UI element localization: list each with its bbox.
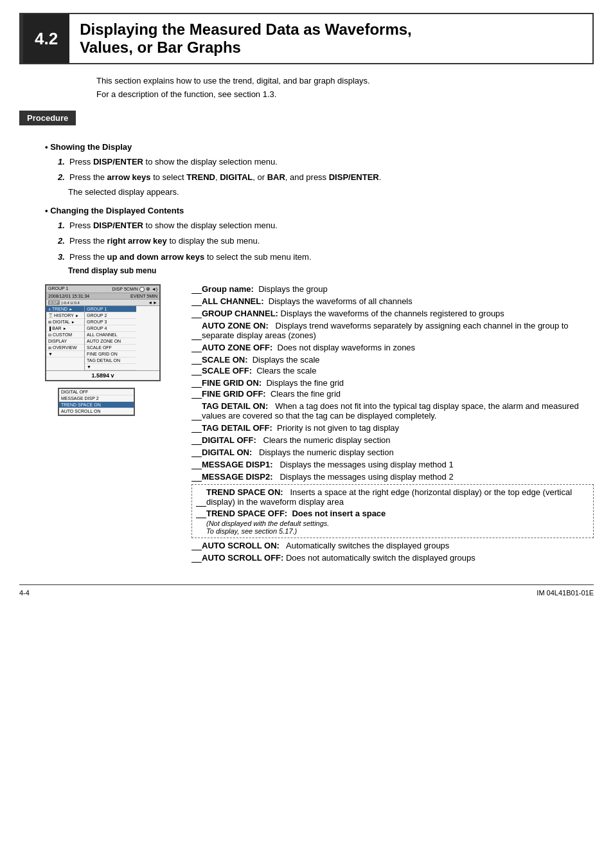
bracket-message-disp2 <box>191 477 202 482</box>
footer-doc-id: IM 04L41B01-01E <box>537 589 594 597</box>
term-group-name: Group name: <box>202 284 254 294</box>
screen2-message-disp2[interactable]: MESSAGE DISP 2 <box>59 395 134 402</box>
desc-scale-on: SCALE ON: Displays the scale <box>191 355 594 365</box>
trend-submenu-label: Trend display sub menu <box>68 266 594 275</box>
desc-tag-detail-off: TAG DETAIL OFF: Priority is not given to… <box>191 423 594 433</box>
menu-item-down[interactable]: ▼ <box>46 351 84 357</box>
screen-topbar: GROUP 1 DISP 5CM/N ⊕ ◄) <box>46 285 159 293</box>
menu-item-bar[interactable]: ▐ BAR ► <box>46 325 84 332</box>
term-trend-space-on: TREND SPACE ON: <box>206 487 283 497</box>
showing-note: The selected display appears. <box>68 187 594 197</box>
trend-space-note: (Not displayed with the default settings… <box>206 520 589 535</box>
desc-entry-auto-zone-on: AUTO ZONE ON: Displays trend waveforms s… <box>202 321 594 340</box>
menu-item-display[interactable]: DISPLAY <box>46 338 84 345</box>
date-text: 2008/12/01 15:31:34 <box>48 294 89 298</box>
screen-date-bar: 2008/12/01 15:31:34 EVENT 5MIN <box>46 293 159 300</box>
menu-item-trend[interactable]: ∧ TREND ► <box>46 306 84 312</box>
desc-entry-trend-space-on: TREND SPACE ON: Inserts a space at the r… <box>206 487 589 507</box>
def-trend-space-off: Does not insert a space <box>292 509 386 518</box>
circle-icon <box>139 287 145 292</box>
def-group-channel: Displays the waveforms of the channels r… <box>281 309 504 318</box>
menu-item-overview[interactable]: ⊞ OVERVIEW <box>46 345 84 351</box>
submenu-group3[interactable]: GROUP 3 <box>85 319 136 325</box>
term-trend-space-off: TREND SPACE OFF: <box>206 509 287 518</box>
device-screen-2: DIGITAL OFF MESSAGE DISP 2 TREND SPACE O… <box>58 388 135 416</box>
changing-step3: 3. Press the up and down arrow keys to s… <box>58 251 594 264</box>
desc-entry-all-channel: ALL CHANNEL: Displays the waveforms of a… <box>202 296 413 306</box>
submenu-all-channel[interactable]: ALL CHANNEL <box>85 332 136 338</box>
history-icon: ⌛ <box>48 313 53 318</box>
desc-entry-scale-off: SCALE OFF: Clears the scale <box>202 366 316 375</box>
menu-label-digital: DIGITAL <box>53 320 70 324</box>
submenu-down-arrow[interactable]: ▼ <box>85 364 136 370</box>
submenu-group2[interactable]: GROUP 2 <box>85 312 136 319</box>
desc-auto-scroll-off: AUTO SCROLL OFF: Does not automatically … <box>191 553 594 563</box>
screen2-auto-scroll-on[interactable]: AUTO SCROLL ON <box>59 408 134 415</box>
bracket-scale-off <box>191 371 202 375</box>
page-footer: 4-4 IM 04L41B01-01E <box>19 584 594 597</box>
showing-step1: 1. Press DISP/ENTER to show the display … <box>58 156 594 168</box>
bracket-digital-on <box>191 453 202 457</box>
cursor-icons: ◄ ► <box>148 300 157 305</box>
term-group-channel: GROUP CHANNEL: <box>202 309 278 318</box>
term-scale-off: SCALE OFF: <box>202 366 252 375</box>
screen2-digital-off[interactable]: DIGITAL OFF <box>59 389 134 395</box>
def-fine-grid-off: Clears the fine grid <box>271 389 341 399</box>
bracket-auto-zone-off <box>191 348 202 352</box>
submenu-fine-grid-on[interactable]: FINE GRID ON <box>85 351 136 357</box>
menu-label-trend: TREND <box>52 307 67 311</box>
submenu-group1[interactable]: GROUP 1 <box>85 306 136 312</box>
def-group-name: Displays the group <box>258 284 328 294</box>
desc-entry-fine-grid-on: FINE GRID ON: Displays the fine grid <box>202 378 344 388</box>
bar-icon: ▐ <box>48 327 51 330</box>
desc-entry-group-name: Group name: Displays the group <box>202 284 328 294</box>
desc-auto-zone-on: AUTO ZONE ON: Displays trend waveforms s… <box>191 321 594 340</box>
desc-entry-digital-on: DIGITAL ON: Displays the numeric display… <box>202 448 394 457</box>
desc-auto-scroll-on: AUTO SCROLL ON: Automatically switches t… <box>191 541 594 550</box>
desc-entry-message-disp2: MESSAGE DISP2: Displays the messages usi… <box>202 472 454 482</box>
intro-line1: This section explains how to use the tre… <box>96 75 594 88</box>
menu-item-digital[interactable]: ⊞ DIGITAL ► <box>46 319 84 325</box>
def-scale-off: Clears the scale <box>256 366 316 375</box>
term-auto-zone-off: AUTO ZONE OFF: <box>202 343 272 352</box>
overview-icon: ⊞ <box>48 345 51 350</box>
menu-arrow-bar: ► <box>63 327 67 330</box>
def-auto-scroll-on: Automatically switches the displayed gro… <box>286 541 449 550</box>
term-digital-off: DIGITAL OFF: <box>202 435 256 445</box>
changing-steps: 1. Press DISP/ENTER to show the display … <box>58 219 594 264</box>
desc-entry-message-disp1: MESSAGE DISP1: Displays the messages usi… <box>202 460 454 469</box>
def-message-disp2: Displays the messages using display meth… <box>280 472 453 482</box>
desc-digital-off: DIGITAL OFF: Clears the numeric display … <box>191 435 594 445</box>
custom-icon: ⊟ <box>48 332 51 337</box>
submenu-auto-zone-on[interactable]: AUTO ZONE ON <box>85 338 136 345</box>
bracket-fine-grid-on <box>191 383 202 388</box>
desc-scale-off: SCALE OFF: Clears the scale <box>191 366 594 375</box>
screen-body: ∧ TREND ► ⌛ HISTORY ► ⊞ DIGITAL ► <box>46 306 159 370</box>
device-screen-1: GROUP 1 DISP 5CM/N ⊕ ◄) 2008/12/01 15:31… <box>45 284 161 381</box>
menu-item-custom[interactable]: ⊟ CUSTOM <box>46 332 84 338</box>
def-tag-detail-off: Priority is not given to tag display <box>277 423 399 433</box>
submenu-tag-detail-on[interactable]: TAG DETAIL ON <box>85 357 136 364</box>
bracket-group-name <box>191 289 202 294</box>
desc-message-disp1: MESSAGE DISP1: Displays the messages usi… <box>191 460 594 469</box>
bracket-message-disp1 <box>191 465 202 469</box>
def-auto-zone-off: Does not display waveforms in zones <box>278 343 416 352</box>
submenu-scale-off[interactable]: SCALE OFF <box>85 345 136 351</box>
bracket-group-channel <box>191 314 202 318</box>
sound-icon: ◄) <box>152 287 157 291</box>
term-scale-on: SCALE ON: <box>202 355 248 365</box>
desc-entry-auto-scroll-off: AUTO SCROLL OFF: Does not automatically … <box>202 553 475 563</box>
scmin-indicator: 5CM/N <box>124 287 138 291</box>
menu-item-history[interactable]: ⌛ HISTORY ► <box>46 312 84 319</box>
term-digital-on: DIGITAL ON: <box>202 448 252 457</box>
esp-button[interactable]: ESP <box>48 300 60 305</box>
topbar-group: GROUP 1 <box>48 286 68 292</box>
menu-arrow-history: ► <box>75 314 79 318</box>
screen2-trend-space-on[interactable]: TREND SPACE ON <box>59 402 134 408</box>
desc-message-disp2: MESSAGE DISP2: Displays the messages usi… <box>191 472 594 482</box>
desc-group-channel: GROUP CHANNEL: Displays the waveforms of… <box>191 309 594 318</box>
changing-section: Changing the Displayed Contents 1. Press… <box>45 206 594 276</box>
trend-icon: ∧ <box>48 307 51 311</box>
bracket-auto-scroll-off <box>191 558 202 563</box>
submenu-group4[interactable]: GROUP 4 <box>85 325 136 332</box>
